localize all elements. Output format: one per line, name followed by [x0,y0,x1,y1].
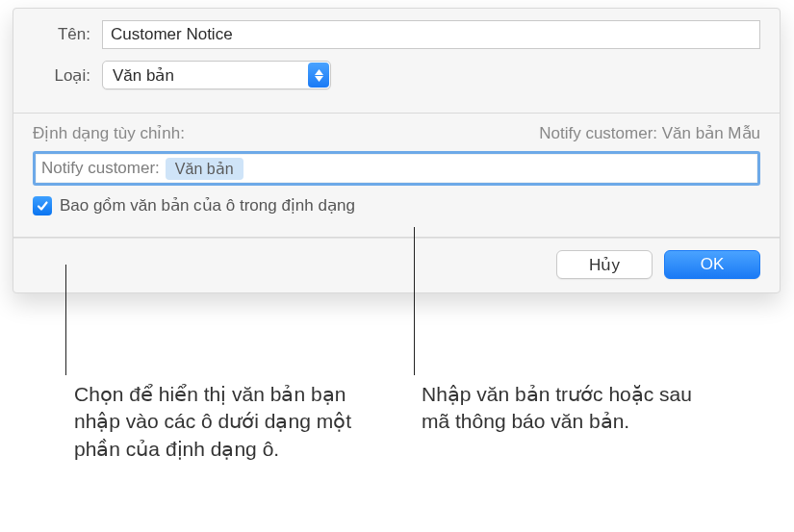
format-field[interactable]: Notify customer: Văn bản [33,151,760,186]
include-text-label: Bao gồm văn bản của ô trong định dạng [60,195,355,215]
type-select[interactable]: Văn bản [102,61,331,89]
type-label: Loại: [33,65,102,86]
callout-right-text: Nhập văn bản trước hoặc sau mã thông báo… [422,381,710,436]
include-text-row: Bao gồm văn bản của ô trong định dạng [13,186,780,227]
type-row: Loại: Văn bản [13,57,780,103]
type-select-value: Văn bản [113,65,320,86]
cancel-button[interactable]: Hủy [556,250,653,279]
name-row: Tên: [13,9,780,57]
checkmark-icon [36,199,49,213]
dialog-footer: Hủy OK [13,238,780,292]
name-input[interactable] [102,20,760,49]
callout-left-text: Chọn để hiển thị văn bản bạn nhập vào cá… [74,381,363,463]
dropdown-arrows-icon [308,63,329,88]
custom-format-label: Định dạng tùy chỉnh: [33,123,185,143]
custom-format-dialog: Tên: Loại: Văn bản Định dạng tùy chỉnh: … [13,8,781,293]
sample-label: Notify customer: Văn bản Mẫu [539,123,760,143]
custom-format-header: Định dạng tùy chỉnh: Notify customer: Vă… [13,114,780,151]
ok-button[interactable]: OK [664,250,760,279]
format-prefix-text: Notify customer: [41,159,160,178]
name-label: Tên: [33,25,102,44]
text-token[interactable]: Văn bản [166,158,243,180]
include-text-checkbox[interactable] [33,196,52,215]
